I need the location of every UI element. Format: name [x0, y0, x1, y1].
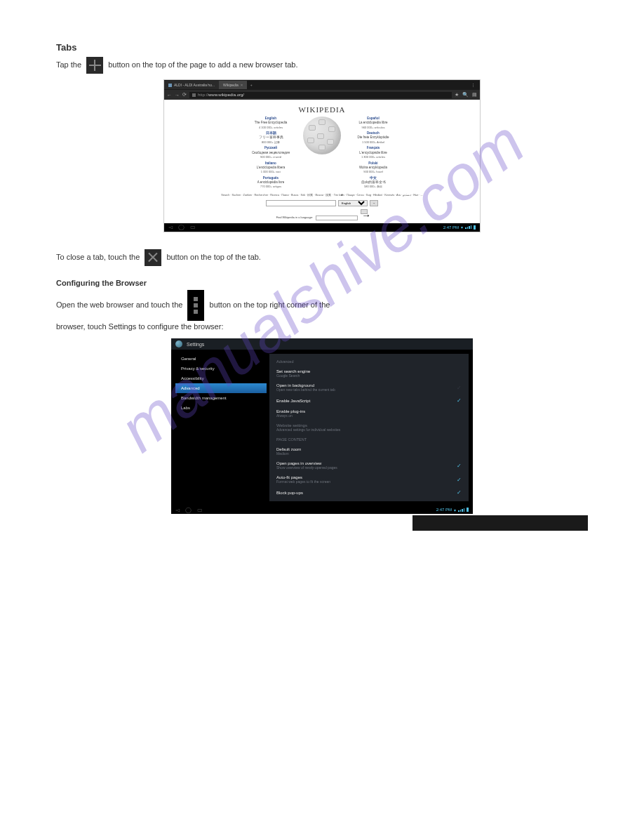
url-input[interactable]: http:// www.wikipedia.org/	[189, 92, 452, 98]
settings-row[interactable]: Set search engineGoogle Search	[269, 366, 469, 380]
wifi-icon: ▾	[454, 508, 456, 512]
browser-tab-active[interactable]: Wikipedia ×	[219, 81, 247, 89]
text: button on the top right corner of the	[210, 300, 330, 309]
checkbox-icon[interactable]: ✓	[457, 397, 462, 404]
url-bar-row: ← → ⟳ http:// www.wikipedia.org/ ★ 🔍 ▤	[164, 90, 480, 100]
lang-count: 1 300 000+ articles	[345, 155, 401, 159]
settings-header: Settings	[171, 338, 473, 350]
new-tab-button[interactable]: +	[247, 83, 255, 87]
settings-row-disabled: Website settingsAdvanced settings for in…	[269, 421, 469, 435]
settings-row[interactable]: Default zoomMedium	[269, 444, 469, 458]
text: button on the top of the tab.	[166, 253, 261, 261]
checkbox-icon[interactable]: ✓	[457, 463, 462, 469]
settings-row[interactable]: Auto-fit pagesFormat web pages to fit th…	[269, 472, 469, 486]
url-text: www.wikipedia.org/	[208, 93, 244, 97]
text: Find Wikipedia in a language:	[276, 216, 313, 219]
battery-icon	[467, 508, 469, 512]
row-title: Block pop-ups	[276, 491, 303, 495]
forward-icon[interactable]: →	[175, 93, 180, 98]
row-sub: Format web pages to fit the screen	[276, 479, 330, 484]
page-content: WIKIPEDIA EnglishThe Free Encyclopedia4 …	[164, 100, 480, 223]
recent-nav-icon[interactable]: ▭	[190, 224, 196, 230]
section-title-advanced: Advanced	[269, 357, 469, 366]
wifi-icon: ▾	[461, 225, 463, 230]
screenshot-browser-tabs: ALDI - ALDI Australia ho... Wikipedia × …	[163, 79, 481, 232]
settings-main: Advanced Set search engineGoogle Search …	[269, 354, 469, 501]
sidebar-item-advanced[interactable]: Advanced	[175, 383, 267, 393]
lang-count: 900 000+ статей	[243, 155, 299, 159]
text: browser, touch Settings to configure the…	[56, 322, 223, 331]
lang-count: 800 000+ 記事	[243, 140, 299, 145]
sidebar-item-privacy[interactable]: Privacy & security	[175, 364, 267, 373]
wiki-find-button[interactable]: →	[361, 209, 368, 214]
lang-count: 1 500 000+ Artikel	[345, 140, 401, 145]
clock: 2:47 PM	[443, 225, 459, 230]
home-nav-icon[interactable]: ◯	[178, 224, 185, 230]
text: Open the web browser and touch the	[56, 300, 182, 309]
checkbox-icon[interactable]: ✓	[457, 385, 462, 391]
row-sub: Show overview of newly-opened pages	[276, 465, 337, 470]
screenshot-browser-settings: Settings General Privacy & security Acce…	[171, 338, 473, 514]
reload-icon[interactable]: ⟳	[182, 92, 187, 98]
tab-title: Wikipedia	[223, 83, 239, 87]
tab-close-icon[interactable]: ×	[241, 83, 243, 87]
row-sub: Advanced settings for individual website…	[276, 428, 340, 432]
wiki-search-row: English →	[171, 200, 473, 206]
lang-count: 1 000 000+ voci	[243, 170, 299, 174]
overflow-menu-icon	[187, 290, 204, 321]
search-icon[interactable]: 🔍	[462, 92, 469, 98]
footer-bar	[412, 515, 588, 531]
section-heading: Tabs	[56, 42, 588, 53]
android-nav-bar: ◅ ◯ ▭ 2:47 PM ▾	[171, 505, 473, 514]
lang-count: 900 000+ haseł	[345, 170, 401, 174]
lang-col-right: EspañolLa enciclopedia libre960 000+ art…	[345, 117, 401, 191]
row-sub: Always on	[276, 413, 305, 418]
wikipedia-globe-icon	[303, 117, 341, 154]
lang-col-left: EnglishThe Free Encyclopedia4 100 000+ a…	[243, 117, 299, 191]
section-heading-config: Configuring the Browser	[56, 279, 588, 287]
page-icon	[192, 93, 196, 97]
sidebar-item-accessibility[interactable]: Accessibility	[175, 373, 267, 383]
checkbox-icon[interactable]: ✓	[457, 489, 462, 496]
home-nav-icon[interactable]: ◯	[185, 507, 192, 513]
close-icon	[145, 249, 161, 266]
android-nav-bar: ◅ ◯ ▭ 2:47 PM ▾	[164, 223, 480, 232]
section-title-page-content: PAGE CONTENT	[269, 435, 469, 444]
back-nav-icon[interactable]: ◅	[168, 224, 173, 230]
settings-row[interactable]: Enable plug-insAlways on	[269, 406, 469, 421]
instruction-tabs-open: Tap the button on the top of the page to…	[56, 57, 588, 74]
lang-count: 960 000+ artículos	[345, 126, 401, 130]
settings-row[interactable]: Block pop-ups✓	[269, 486, 469, 498]
wiki-lang-select[interactable]: English	[338, 200, 368, 206]
recent-nav-icon[interactable]: ▭	[197, 507, 203, 513]
wiki-search-button[interactable]: →	[370, 200, 378, 206]
browser-tab[interactable]: ALDI - ALDI Australia ho...	[164, 81, 219, 89]
settings-sidebar: General Privacy & security Accessibility…	[175, 354, 267, 501]
browser-app-icon	[175, 340, 182, 348]
sidebar-item-general[interactable]: General	[175, 354, 267, 364]
row-sub: Google Search	[276, 373, 310, 378]
back-nav-icon[interactable]: ◅	[175, 507, 180, 513]
bookmarks-icon[interactable]: ▤	[472, 92, 477, 98]
checkbox-icon[interactable]: ✓	[457, 477, 462, 483]
settings-row[interactable]: Open pages in overviewShow overview of n…	[269, 458, 469, 472]
wiki-search-input[interactable]	[266, 200, 336, 206]
text: To close a tab, touch the	[56, 253, 140, 261]
clock: 2:47 PM	[436, 508, 452, 512]
sidebar-item-labs[interactable]: Labs	[175, 403, 267, 413]
settings-row[interactable]: Open in backgroundOpen new tabs behind t…	[269, 380, 469, 395]
back-icon[interactable]: ←	[167, 93, 172, 98]
text: Tap the	[56, 60, 81, 69]
signal-icon	[458, 508, 464, 512]
sidebar-item-bandwidth[interactable]: Bandwidth management	[175, 393, 267, 403]
url-prefix: http://	[198, 93, 208, 97]
wiki-find-row: Find Wikipedia in a language: →	[171, 209, 473, 220]
browser-tab-row: ALDI - ALDI Australia ho... Wikipedia × …	[164, 80, 480, 90]
row-title: Enable JavaScript	[276, 399, 310, 403]
star-icon[interactable]: ★	[455, 92, 459, 98]
wikipedia-logo-text: WIKIPEDIA	[171, 105, 473, 114]
lang-count: 4 100 000+ articles	[243, 126, 299, 130]
overflow-menu-icon[interactable]: ⋮	[467, 83, 480, 87]
wiki-find-input[interactable]	[316, 216, 358, 220]
settings-row[interactable]: Enable JavaScript✓	[269, 395, 469, 406]
